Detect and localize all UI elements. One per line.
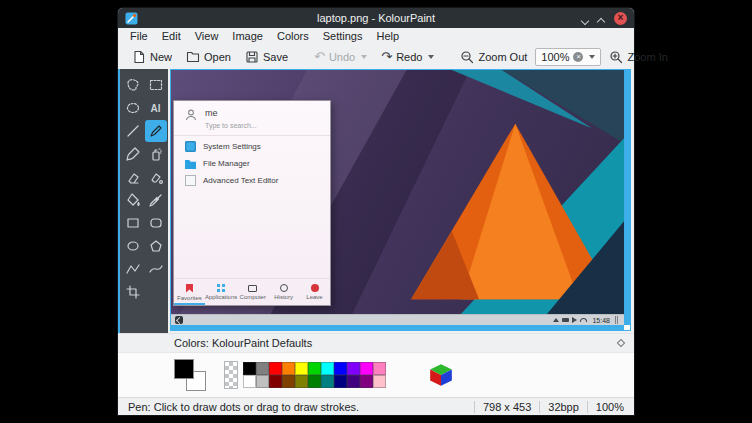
palette-swatch[interactable] (282, 375, 295, 388)
menu-image[interactable]: Image (225, 30, 270, 42)
palette-swatch[interactable] (308, 362, 321, 375)
colors-toolbar-header: Colors: KolourPaint Defaults (118, 333, 634, 352)
launcher-tab-bar: Favorites Applications Computer (174, 278, 330, 305)
minimize-button[interactable] (582, 9, 589, 27)
palette-swatch[interactable] (243, 375, 256, 388)
menu-edit[interactable]: Edit (155, 30, 188, 42)
tool-text[interactable]: AI (145, 97, 167, 119)
close-button[interactable]: × (614, 12, 627, 25)
elliptical-selection-icon (125, 100, 141, 116)
system-tray: 15:48 (553, 316, 620, 324)
panel-toggle-icon[interactable] (617, 339, 625, 347)
palette-swatch[interactable] (334, 362, 347, 375)
zoom-combobox[interactable]: 100% × (535, 48, 601, 66)
new-button[interactable]: New (126, 48, 178, 66)
color-similarity-cube[interactable] (428, 362, 454, 388)
tool-rectangle[interactable] (122, 212, 144, 234)
palette-swatch[interactable] (295, 362, 308, 375)
palette-swatch[interactable] (360, 375, 373, 388)
tool-polygon[interactable] (145, 235, 167, 257)
file-manager-icon (185, 158, 196, 169)
launcher-tab-applications: Applications (205, 279, 237, 305)
palette-swatch[interactable] (321, 362, 334, 375)
history-icon (280, 284, 288, 292)
titlebar[interactable]: laptop.png - KolourPaint × (118, 8, 634, 28)
tool-flood-fill[interactable] (122, 189, 144, 211)
menu-file[interactable]: File (123, 30, 155, 42)
zoom-in-button[interactable]: Zoom In (603, 48, 673, 66)
palette-swatch[interactable] (269, 362, 282, 375)
open-folder-icon (186, 50, 200, 64)
tool-rounded-rectangle[interactable] (145, 212, 167, 234)
spraycan-tool-icon (148, 146, 164, 162)
palette-swatch[interactable] (347, 375, 360, 388)
palette-swatch[interactable] (269, 375, 282, 388)
launcher-user-name: me (205, 108, 257, 118)
launcher-tab-history: History (268, 279, 299, 305)
tool-curve[interactable] (145, 258, 167, 280)
tool-color-eraser[interactable] (145, 166, 167, 188)
menu-settings[interactable]: Settings (316, 30, 370, 42)
statusbar: Pen: Click to draw dots or drag to draw … (118, 397, 634, 415)
tool-zoom[interactable] (122, 281, 144, 303)
zoom-out-button[interactable]: Zoom Out (454, 48, 533, 66)
foreground-background-swatch[interactable] (172, 357, 208, 393)
tool-eraser[interactable] (122, 166, 144, 188)
tool-pen[interactable] (145, 120, 167, 142)
tool-color-picker[interactable] (145, 189, 167, 211)
volume-icon (572, 317, 577, 323)
redo-button[interactable]: ↷ Redo (375, 48, 440, 65)
undo-button[interactable]: ↶ Undo (308, 48, 373, 65)
menu-view[interactable]: View (188, 30, 226, 42)
vertical-scrollbar[interactable] (624, 70, 630, 325)
combo-dropdown-icon[interactable] (589, 55, 595, 59)
menu-help[interactable]: Help (369, 30, 406, 42)
launcher-tab-favorites: Favorites (174, 279, 205, 305)
text-editor-icon (185, 175, 196, 186)
tool-rectangular-selection[interactable] (145, 74, 167, 96)
palette-swatch[interactable] (243, 362, 256, 375)
polygon-tool-icon (148, 238, 164, 254)
launcher-tab-leave: Leave (299, 279, 330, 305)
text-tool-icon: AI (151, 103, 161, 114)
tool-spraycan[interactable] (145, 143, 167, 165)
open-button[interactable]: Open (180, 48, 237, 66)
applications-icon (217, 284, 225, 292)
zoom-level: 100% (596, 401, 624, 413)
tool-brush[interactable] (122, 143, 144, 165)
palette-swatch[interactable] (360, 362, 373, 375)
flood-fill-tool-icon (125, 192, 141, 208)
screenshot-taskbar: 15:48 (171, 314, 624, 325)
curve-tool-icon (148, 261, 164, 277)
palette-swatch[interactable] (334, 375, 347, 388)
desktop-background: laptop.png - KolourPaint × File Edit Vie… (0, 0, 752, 423)
maximize-button[interactable] (598, 9, 605, 27)
tool-elliptical-selection[interactable] (122, 97, 144, 119)
palette-swatch[interactable] (282, 362, 295, 375)
launcher-tab-computer: Computer (237, 279, 268, 305)
palette-swatch[interactable] (373, 362, 386, 375)
clear-icon[interactable]: × (573, 52, 583, 62)
palette-swatch[interactable] (256, 375, 269, 388)
foreground-color-swatch[interactable] (174, 359, 194, 379)
palette-swatch[interactable] (256, 362, 269, 375)
menu-colors[interactable]: Colors (270, 30, 316, 42)
tool-connected-lines[interactable] (122, 258, 144, 280)
transparent-color-swatch[interactable] (224, 361, 238, 389)
app-launcher-menu: me Type to search... System Settings (173, 100, 331, 306)
tool-ellipse[interactable] (122, 235, 144, 257)
palette-swatch[interactable] (373, 375, 386, 388)
save-button[interactable]: Save (239, 48, 294, 66)
eraser-tool-icon (125, 169, 141, 185)
canvas[interactable]: me Type to search... System Settings (170, 69, 631, 331)
user-avatar-icon (184, 108, 198, 122)
computer-icon (248, 285, 257, 292)
palette-swatch[interactable] (295, 375, 308, 388)
palette-swatch[interactable] (308, 375, 321, 388)
tool-free-form-selection[interactable] (122, 74, 144, 96)
tool-line[interactable] (122, 120, 144, 142)
palette-swatch[interactable] (347, 362, 360, 375)
line-tool-icon (125, 123, 141, 139)
horizontal-scrollbar[interactable] (171, 325, 624, 330)
palette-swatch[interactable] (321, 375, 334, 388)
